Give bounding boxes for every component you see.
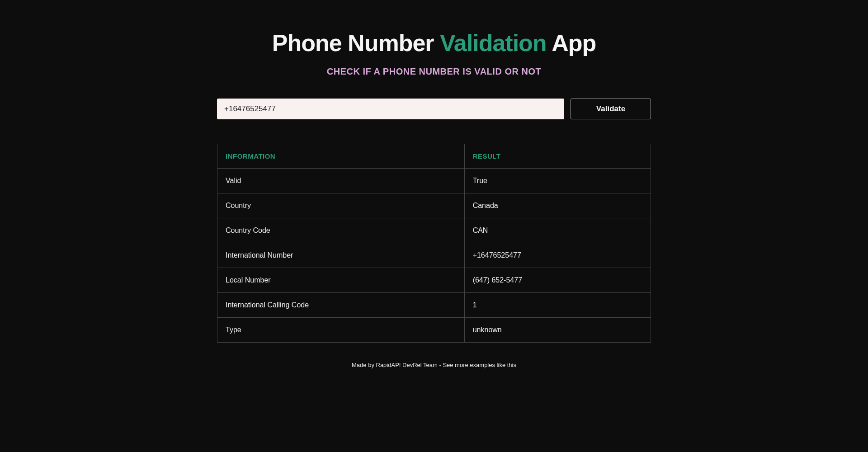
row-value: CAN (464, 218, 651, 243)
row-value: Canada (464, 193, 651, 218)
row-label: Country Code (217, 218, 465, 243)
table-row: Type unknown (217, 318, 651, 343)
table-body: Valid True Country Canada Country Code C… (217, 169, 651, 343)
row-value: 1 (464, 293, 651, 318)
page-subtitle: CHECK IF A PHONE NUMBER IS VALID OR NOT (327, 66, 541, 77)
validate-button[interactable]: Validate (571, 99, 651, 119)
row-label: Type (217, 318, 465, 343)
table-row: International Number +16476525477 (217, 243, 651, 268)
title-accent: Validation (440, 30, 547, 56)
row-label: International Number (217, 243, 465, 268)
header-result: RESULT (464, 144, 651, 169)
row-label: International Calling Code (217, 293, 465, 318)
row-label: Local Number (217, 268, 465, 293)
page-title: Phone Number Validation App (272, 29, 596, 56)
validate-form: Validate (217, 99, 651, 119)
footer-credit: Made by RapidAPI DevRel Team - See more … (352, 362, 516, 368)
table-row: Local Number (647) 652-5477 (217, 268, 651, 293)
title-part1: Phone Number (272, 30, 440, 56)
title-part2: App (547, 30, 596, 56)
header-information: INFORMATION (217, 144, 465, 169)
table-row: Country Canada (217, 193, 651, 218)
table-row: Country Code CAN (217, 218, 651, 243)
results-table: INFORMATION RESULT Valid True Country Ca… (217, 144, 651, 343)
row-value: (647) 652-5477 (464, 268, 651, 293)
row-value: True (464, 169, 651, 193)
table-header-row: INFORMATION RESULT (217, 144, 651, 169)
row-label: Valid (217, 169, 465, 193)
row-value: +16476525477 (464, 243, 651, 268)
table-row: Valid True (217, 169, 651, 193)
phone-number-input[interactable] (217, 99, 564, 119)
row-value: unknown (464, 318, 651, 343)
table-row: International Calling Code 1 (217, 293, 651, 318)
row-label: Country (217, 193, 465, 218)
